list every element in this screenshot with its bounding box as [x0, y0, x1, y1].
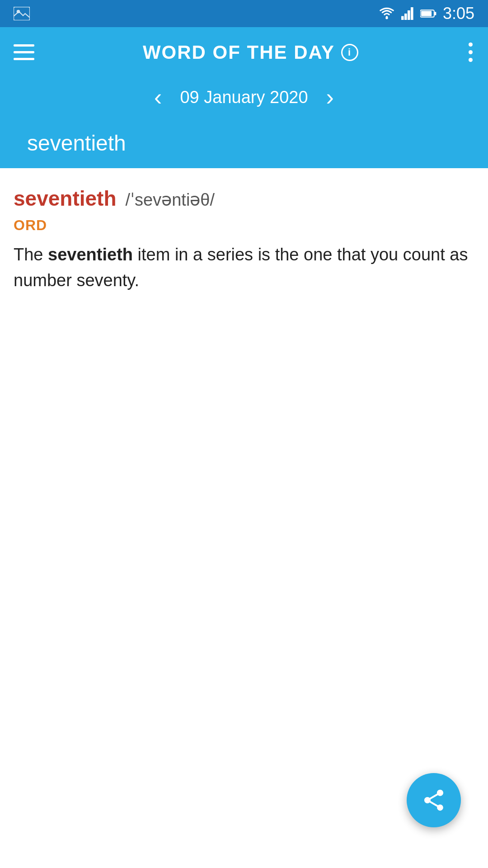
word-header: seventieth /ˈsevəntiəθ/: [14, 186, 474, 211]
info-button[interactable]: i: [341, 44, 358, 61]
svg-point-2: [385, 17, 388, 19]
status-bar-right: 3:05: [379, 4, 474, 23]
svg-rect-9: [421, 11, 432, 16]
prev-date-button[interactable]: ‹: [154, 84, 162, 111]
battery-icon: [420, 7, 436, 20]
content-area: seventieth /ˈsevəntiəθ/ ORD The seventie…: [0, 168, 488, 311]
image-icon: [14, 7, 30, 20]
part-of-speech: ORD: [14, 217, 474, 234]
current-date: 09 January 2020: [180, 88, 308, 107]
signal-icon: [401, 7, 414, 20]
svg-rect-4: [404, 14, 407, 20]
word-title-bar: seventieth: [14, 122, 474, 168]
svg-rect-3: [401, 16, 404, 20]
next-date-button[interactable]: ›: [326, 84, 334, 111]
word-definition: The seventieth item in a series is the o…: [14, 242, 474, 293]
wifi-icon: [379, 7, 395, 20]
hamburger-menu-button[interactable]: [14, 42, 34, 63]
share-fab-button[interactable]: [407, 773, 461, 827]
svg-rect-5: [408, 10, 410, 20]
app-bar: WORD OF THE DAY i ‹ 09 January 2020 › se…: [0, 27, 488, 168]
status-time: 3:05: [443, 4, 474, 23]
svg-rect-6: [411, 7, 413, 20]
word-title: seventieth: [27, 131, 126, 155]
date-navigation: ‹ 09 January 2020 ›: [14, 75, 474, 122]
word-main: seventieth: [14, 186, 117, 211]
word-pronunciation: /ˈsevəntiəθ/: [126, 190, 215, 210]
status-bar-left: [14, 7, 30, 20]
app-bar-top: WORD OF THE DAY i: [14, 41, 474, 75]
status-bar: 3:05: [0, 0, 488, 27]
svg-rect-8: [434, 12, 436, 15]
more-options-button[interactable]: [467, 41, 474, 64]
app-title: WORD OF THE DAY i: [143, 42, 358, 63]
share-icon: [421, 788, 446, 813]
